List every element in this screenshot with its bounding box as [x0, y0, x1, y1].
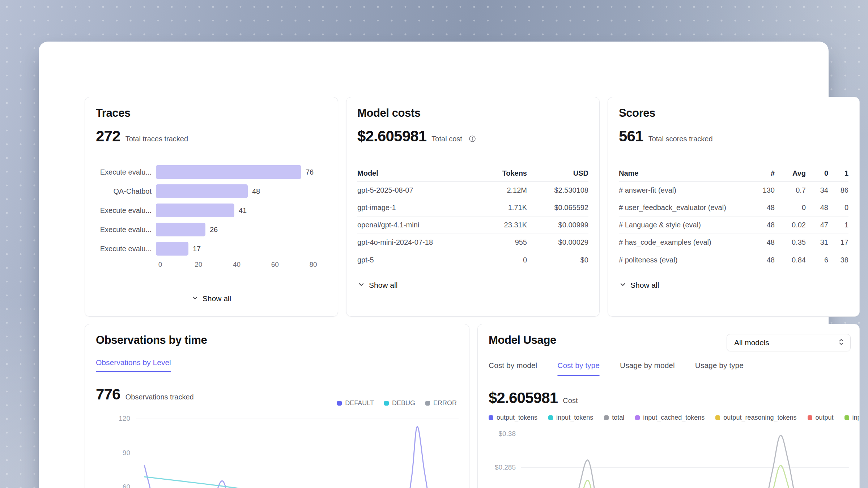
table-row: # Language & style (eval)480.02471 — [619, 217, 848, 234]
table-row: openai/gpt-4.1-mini23.31K$0.00999 — [357, 217, 588, 234]
legend-swatch — [715, 415, 720, 420]
legend-item: output_tokens — [489, 414, 537, 421]
tab-observations-by-level[interactable]: Observations by Level — [96, 358, 171, 367]
legend-item: output — [808, 414, 834, 421]
model-filter-dropdown[interactable]: All models — [727, 334, 851, 351]
table-header-row: Name#Avg01 — [619, 165, 848, 182]
traces-x-axis: 020406080 — [96, 261, 328, 270]
traces-total-label: Total traces tracked — [125, 135, 188, 143]
chevron-down-icon — [358, 281, 365, 290]
legend-item: input — [844, 414, 860, 421]
series-input — [521, 466, 849, 488]
legend-item: input_tokens — [548, 414, 593, 421]
legend-item: input_cached_tokens — [635, 414, 705, 421]
legend-swatch — [844, 415, 849, 420]
scores-show-all-button[interactable]: Show all — [620, 281, 659, 290]
model-usage-card: Model Usage All models Cost by modelCost… — [477, 324, 860, 488]
total-scores-value: 561 — [619, 128, 643, 145]
table-row: # user_feedback_evaluator (eval)480480 — [619, 199, 848, 217]
bar-value: 48 — [252, 187, 260, 196]
traces-stat: 272 Total traces tracked — [96, 128, 188, 145]
observations-total-value: 776 — [96, 386, 120, 403]
tabs-divider — [489, 376, 849, 376]
scores-card: Scores 561 Total scores tracked Name#Avg… — [608, 97, 860, 317]
observations-card-title: Observations by time — [96, 334, 207, 347]
bar-row: QA-Chatbot48 — [96, 184, 328, 198]
tab-cost-by-type[interactable]: Cost by type — [557, 361, 600, 370]
model-usage-tabs: Cost by modelCost by typeUsage by modelU… — [489, 361, 744, 370]
scores-stat: 561 Total scores tracked — [619, 128, 713, 145]
active-tab-underline — [557, 375, 600, 376]
bar-label: Execute evalu... — [96, 245, 156, 253]
model-usage-stat: $2.605981 Cost — [489, 389, 578, 407]
tab-cost-by-model[interactable]: Cost by model — [489, 361, 537, 370]
y-axis-tick-label: 90 — [95, 448, 130, 458]
legend-item: DEBUG — [384, 399, 415, 407]
chevron-down-icon — [620, 281, 626, 290]
axis-tick-label: 80 — [309, 261, 317, 269]
bar-value: 76 — [306, 168, 314, 176]
legend-swatch — [337, 401, 342, 406]
y-axis-tick-label: 120 — [95, 414, 130, 423]
legend-swatch — [808, 415, 812, 420]
traces-show-all-button[interactable]: Show all — [192, 294, 231, 303]
model-costs-stat: $2.605981 Total cost — [357, 128, 476, 145]
legend-swatch — [548, 415, 553, 420]
bar[interactable] — [156, 165, 301, 179]
y-axis-tick-label: 60 — [95, 482, 130, 488]
series-total — [521, 435, 849, 488]
table-header-row: ModelTokensUSD — [357, 165, 588, 182]
legend-swatch — [384, 401, 389, 406]
tab-usage-by-model[interactable]: Usage by model — [620, 361, 675, 370]
bar-label: Execute evalu... — [96, 168, 156, 176]
legend-item: output_reasoning_tokens — [715, 414, 796, 421]
bar[interactable] — [156, 204, 234, 217]
bar-label: Execute evalu... — [96, 226, 156, 234]
scores-card-title: Scores — [619, 107, 655, 120]
model-usage-legend: output_tokensinput_tokenstotalinput_cach… — [489, 414, 860, 421]
model-usage-card-title: Model Usage — [489, 334, 556, 347]
bar[interactable] — [156, 223, 205, 236]
active-tab-underline — [96, 371, 171, 372]
axis-tick-label: 0 — [158, 261, 162, 269]
bar-value: 26 — [210, 226, 218, 234]
y-axis-tick-label: $0.285 — [481, 463, 516, 472]
info-icon[interactable] — [469, 135, 476, 144]
table-row: # answer-fit (eval)1300.73486 — [619, 182, 848, 199]
table-row: # politeness (eval)480.84638 — [619, 251, 848, 269]
model-filter-value: All models — [734, 338, 769, 347]
table-row: gpt-image-11.71K$0.065592 — [357, 199, 588, 217]
series-default — [144, 427, 459, 488]
legend-item: total — [604, 414, 624, 421]
table-row: # has_code_examples (eval)480.353117 — [619, 234, 848, 251]
traces-card-title: Traces — [96, 107, 131, 120]
model-costs-card-title: Model costs — [357, 107, 421, 120]
legend-item: ERROR — [425, 399, 457, 407]
dashboard-page: Traces 272 Total traces tracked Execute … — [0, 0, 868, 488]
traces-bar-chart[interactable]: Execute evalu...76QA-Chatbot48Execute ev… — [96, 165, 328, 261]
legend-swatch — [489, 415, 493, 420]
table-row: gpt-4o-mini-2024-07-18955$0.00029 — [357, 234, 588, 251]
tab-usage-by-type[interactable]: Usage by type — [695, 361, 744, 370]
bar-label: Execute evalu... — [96, 206, 156, 215]
axis-tick-label: 20 — [195, 261, 202, 269]
table-row: gpt-50$0 — [357, 251, 588, 269]
scores-table: Name#Avg01# answer-fit (eval)1300.73486#… — [619, 165, 848, 269]
legend-swatch — [635, 415, 640, 420]
total-cost-label: Total cost — [431, 135, 462, 143]
bar[interactable] — [156, 184, 248, 198]
observations-card: Observations by time Observations by Lev… — [85, 324, 469, 488]
traces-card: Traces 272 Total traces tracked Execute … — [85, 97, 338, 317]
model-costs-show-all-button[interactable]: Show all — [358, 281, 397, 290]
table-row: gpt-5-2025-08-072.12M$2.530108 — [357, 182, 588, 199]
observations-legend: DEFAULTDEBUGERROR — [337, 399, 457, 407]
legend-swatch — [425, 401, 430, 406]
axis-tick-label: 40 — [233, 261, 241, 269]
bar[interactable] — [156, 242, 188, 256]
total-scores-label: Total scores tracked — [648, 135, 713, 143]
traces-total-value: 272 — [96, 128, 120, 145]
legend-swatch — [604, 415, 609, 420]
bar-row: Execute evalu...26 — [96, 223, 328, 236]
main-panel: Traces 272 Total traces tracked Execute … — [39, 42, 829, 488]
total-cost-value: $2.605981 — [357, 128, 426, 145]
